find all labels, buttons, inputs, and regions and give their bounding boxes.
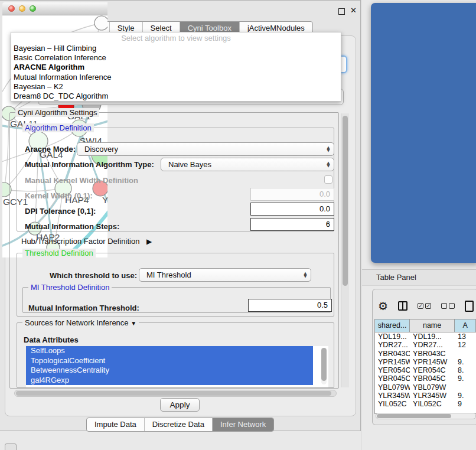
table-cell bbox=[455, 383, 476, 392]
table-horizontal-scrollbar[interactable] bbox=[376, 413, 476, 419]
network-edge[interactable] bbox=[4, 113, 9, 190]
which-threshold-combo[interactable]: MI Threshold ▲▼ bbox=[139, 268, 311, 282]
table-row[interactable]: YDR27...YDR27...12 bbox=[375, 341, 476, 349]
close-traffic-light-icon[interactable] bbox=[8, 5, 15, 12]
settings-group-title: Cyni Algorithm Settings bbox=[15, 108, 99, 117]
column-header-shared[interactable]: shared... bbox=[375, 319, 410, 332]
dpi-tolerance-label: DPI Tolerance [0,1]: bbox=[25, 207, 96, 216]
dropdown-item-dream8[interactable]: Dream8 DC_TDC Algorithm bbox=[11, 92, 341, 101]
table-cell: 13 bbox=[455, 332, 476, 341]
table-panel-title: Table Panel bbox=[376, 273, 416, 282]
table-cell: 9. bbox=[455, 374, 476, 383]
hub-definition-toggle[interactable]: Hub/Transcription Factor Definition ▶ bbox=[21, 237, 152, 246]
table-row[interactable]: YPR145WYPR145W9. bbox=[375, 358, 476, 366]
minimize-traffic-light-icon[interactable] bbox=[19, 5, 25, 12]
dropdown-item-basic-correlation[interactable]: Basic Correlation Inference bbox=[11, 53, 341, 63]
dropdown-item-bayesian-k2[interactable]: Bayesian – K2 bbox=[11, 82, 341, 92]
cyni-bottom-tabs: Impute Data Discretize Data Infer Networ… bbox=[86, 418, 274, 432]
node-table: shared...nameA YDL19...YDL19...13YDR27..… bbox=[374, 319, 476, 414]
mi-threshold-label: Mutual Information Threshold: bbox=[28, 304, 139, 312]
gear-icon[interactable]: ⚙ bbox=[378, 300, 388, 312]
dropdown-item-mutual-information[interactable]: Mutual Information Inference bbox=[11, 73, 341, 82]
tab-impute-data[interactable]: Impute Data bbox=[87, 418, 144, 431]
table-cell: 9 bbox=[455, 400, 476, 408]
close-panel-icon[interactable]: ✕ bbox=[350, 6, 357, 15]
kernel-width-label: Kernel Width (0,1): bbox=[25, 191, 93, 200]
table-cell bbox=[455, 350, 476, 358]
stepper-arrows-icon: ▲▼ bbox=[300, 272, 311, 278]
table-cell: YER054C bbox=[375, 366, 410, 374]
stepper-arrows-icon: ▲▼ bbox=[323, 162, 334, 168]
settings-horizontal-scrollbar[interactable] bbox=[14, 390, 337, 397]
float-window-icon[interactable] bbox=[338, 8, 345, 15]
table-cell: YBR045C bbox=[410, 374, 455, 383]
aracne-mode-combo[interactable]: Discovery ▲▼ bbox=[77, 142, 334, 156]
manual-kernel-width-label: Manual Kernel Width Definition bbox=[25, 176, 138, 185]
mi-steps-input[interactable]: 6 bbox=[250, 218, 334, 231]
table-row[interactable]: YBR045CYBR045C9. bbox=[375, 374, 476, 383]
table-cell: YPR145W bbox=[375, 358, 410, 366]
list-item-gal4rgexp[interactable]: gal4RGexp bbox=[26, 376, 313, 386]
mi-algorithm-type-combo[interactable]: Naive Bayes ▲▼ bbox=[161, 158, 334, 171]
threshold-definition-title: Threshold Definition bbox=[22, 249, 96, 257]
table-cell: YDL19... bbox=[375, 332, 410, 341]
tab-discretize-data[interactable]: Discretize Data bbox=[144, 418, 212, 431]
apply-button[interactable]: Apply bbox=[160, 398, 200, 412]
dropdown-item-bayesian-hill-climbing[interactable]: Bayesian – Hill Climbing bbox=[11, 44, 341, 53]
table-row[interactable]: YER054CYER054C8. bbox=[375, 366, 476, 374]
expanded-arrow-icon: ▼ bbox=[131, 320, 136, 327]
document-icon[interactable] bbox=[465, 301, 474, 312]
columns-icon[interactable] bbox=[398, 301, 407, 311]
table-cell: 12 bbox=[455, 341, 476, 349]
tab-infer-network[interactable]: Infer Network bbox=[212, 418, 273, 431]
table-row[interactable]: YDL19...YDL19...13 bbox=[375, 332, 476, 341]
data-attributes-label: Data Attributes bbox=[24, 335, 79, 344]
list-item-betweennesscentrality[interactable]: BetweennessCentrality bbox=[26, 366, 313, 376]
unchecked-checkbox-icon bbox=[441, 303, 447, 309]
table-cell: YBL079W bbox=[375, 383, 410, 392]
kernel-width-input[interactable]: 0.0 bbox=[250, 188, 334, 201]
table-cell: YPR145W bbox=[410, 358, 455, 366]
dropdown-placeholder: Select algorithm to view settings bbox=[11, 32, 341, 44]
collapsed-arrow-icon: ▶ bbox=[146, 237, 152, 246]
settings-scrollbar[interactable] bbox=[341, 113, 349, 387]
checked-checkbox-icon: ✓ bbox=[418, 303, 423, 309]
table-cell: YDL19... bbox=[410, 332, 455, 341]
mi-threshold-input[interactable]: 0.5 bbox=[248, 299, 332, 312]
list-item-topologicalcoefficient[interactable]: TopologicalCoefficient bbox=[26, 356, 313, 366]
panel-divider bbox=[361, 0, 362, 450]
table-cell: YBR043C bbox=[410, 350, 455, 358]
table-cell: YBR045C bbox=[375, 374, 410, 383]
table-cell: 9. bbox=[455, 358, 476, 366]
column-header-a[interactable]: A bbox=[455, 319, 476, 332]
collapsed-panel-icon[interactable] bbox=[5, 444, 17, 450]
deselect-all-columns-icon[interactable] bbox=[441, 303, 455, 309]
table-row[interactable]: YBR043CYBR043C bbox=[375, 350, 476, 358]
list-item-selfloops[interactable]: SelfLoops bbox=[26, 346, 313, 356]
table-cell: YER054C bbox=[410, 366, 455, 374]
network-window-titlebar[interactable] bbox=[2, 2, 107, 15]
select-all-columns-icon[interactable]: ✓ ✓ bbox=[418, 303, 431, 309]
which-threshold-label: Which threshold to use: bbox=[50, 271, 137, 280]
network-node-top-node[interactable] bbox=[94, 16, 107, 30]
zoom-traffic-light-icon[interactable] bbox=[30, 5, 36, 12]
mi-steps-label: Mutual Information Steps: bbox=[25, 222, 119, 231]
table-row[interactable]: YIL052CYIL052C9 bbox=[375, 400, 476, 408]
checked-checkbox-icon: ✓ bbox=[425, 303, 431, 309]
table-cell: YDR27... bbox=[410, 341, 455, 349]
aracne-mode-label: Aracne Mode: bbox=[25, 145, 76, 154]
data-attributes-list: SelfLoops TopologicalCoefficient Between… bbox=[26, 346, 328, 387]
manual-kernel-width-checkbox[interactable] bbox=[324, 175, 332, 184]
column-header-name[interactable]: name bbox=[410, 319, 455, 332]
list-scrollbar[interactable] bbox=[321, 348, 327, 384]
network-view-window bbox=[371, 3, 476, 263]
algorithm-dropdown-popup: Select algorithm to view settings Bayesi… bbox=[11, 32, 341, 102]
table-cell: YLR345W bbox=[410, 392, 455, 400]
table-row[interactable]: YLR345WYLR345W9. bbox=[375, 392, 476, 400]
unchecked-checkbox-icon bbox=[449, 303, 455, 309]
algorithm-definition-title: Algorithm Definition bbox=[22, 123, 94, 132]
dpi-tolerance-input[interactable]: 0.0 bbox=[250, 203, 334, 216]
table-row[interactable]: YBL079WYBL079W bbox=[375, 383, 476, 392]
dropdown-item-aracne[interactable]: ARACNE Algorithm bbox=[11, 63, 341, 72]
sources-group-title[interactable]: Sources for Network Inference ▼ bbox=[22, 318, 139, 327]
